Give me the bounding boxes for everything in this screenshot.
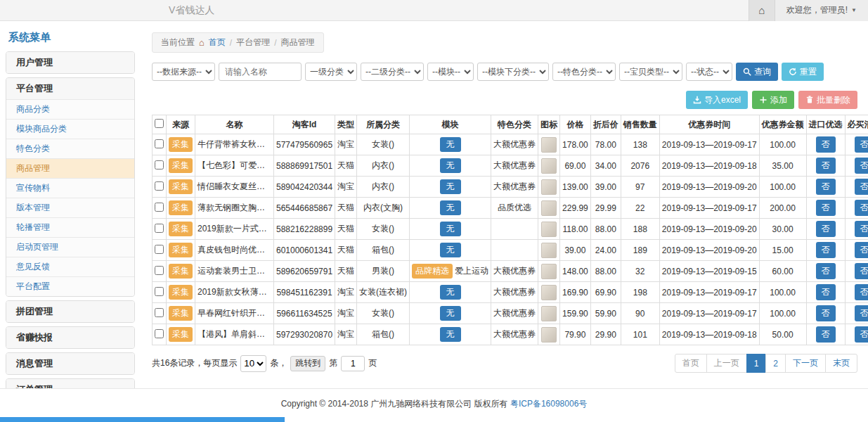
cell-coupon_time: 2019-09-13—2019-09-17 bbox=[659, 303, 759, 324]
sidebar-subitem-carousel-management[interactable]: 轮播管理 bbox=[6, 217, 134, 237]
cell-price: 159.90 bbox=[560, 303, 591, 324]
toggle-mustbuy-button[interactable]: 否 bbox=[855, 158, 868, 174]
breadcrumb-separator: / bbox=[230, 38, 232, 48]
page-button-page-1[interactable]: 1 bbox=[746, 354, 767, 373]
page-prefix-text: 第 bbox=[329, 357, 337, 369]
toggle-mustbuy-button[interactable]: 否 bbox=[855, 221, 868, 237]
module-badge[interactable]: 无 bbox=[440, 137, 461, 152]
toggle-import-button[interactable]: 否 bbox=[816, 305, 836, 321]
module-badge[interactable]: 无 bbox=[440, 222, 461, 236]
filter-select-module[interactable]: --模块-- bbox=[427, 63, 474, 81]
jump-button[interactable]: 跳转到 bbox=[290, 356, 325, 371]
table-row: 采集【七色彩】可爱纯棉家...588869917501天猫内衣()无大额优惠券6… bbox=[153, 155, 868, 177]
toggle-import-button[interactable]: 否 bbox=[816, 136, 836, 153]
module-badge[interactable]: 无 bbox=[440, 179, 461, 194]
product-image bbox=[541, 306, 557, 321]
sidebar-subitem-product-management[interactable]: 商品管理 bbox=[6, 158, 134, 178]
row-checkbox[interactable] bbox=[155, 139, 164, 148]
sidebar-title: 系统菜单 bbox=[6, 27, 135, 51]
toggle-mustbuy-button[interactable]: 否 bbox=[855, 326, 868, 343]
sidebar-item-save-earn-express[interactable]: 省赚快报 bbox=[6, 327, 134, 348]
row-checkbox[interactable] bbox=[155, 181, 164, 191]
filter-input-name[interactable] bbox=[219, 63, 302, 81]
toggle-mustbuy-button[interactable]: 否 bbox=[855, 305, 868, 321]
page-button-first[interactable]: 首页 bbox=[675, 354, 707, 373]
sidebar-item-group-buy-management[interactable]: 拼团管理 bbox=[6, 301, 134, 322]
sidebar-item-user-management[interactable]: 用户管理 bbox=[6, 52, 134, 73]
toggle-import-button[interactable]: 否 bbox=[816, 284, 836, 300]
search-button[interactable]: 查询 bbox=[736, 63, 778, 81]
row-checkbox[interactable] bbox=[155, 203, 164, 212]
products-table: 来源名称淘客Id类型所属分类模块特色分类图标价格折后价销售数量优惠券时间优惠券金… bbox=[152, 115, 868, 345]
filter-select-data-source[interactable]: --数据来源-- bbox=[152, 63, 215, 81]
row-checkbox[interactable] bbox=[155, 266, 164, 275]
module-badge[interactable]: 无 bbox=[440, 327, 461, 342]
product-image bbox=[541, 285, 557, 300]
col-header-type: 类型 bbox=[335, 115, 357, 134]
breadcrumb-item-home[interactable]: 首页 bbox=[209, 37, 226, 49]
row-checkbox[interactable] bbox=[155, 287, 164, 296]
filter-select-level2-category[interactable]: --二级分类-- bbox=[361, 63, 424, 81]
page-number-input[interactable] bbox=[341, 356, 365, 371]
sidebar-item-order-management[interactable]: 订单管理 bbox=[6, 379, 134, 388]
icp-link[interactable]: 粤ICP备16098006号 bbox=[510, 399, 587, 409]
page-button-next[interactable]: 下一页 bbox=[785, 354, 826, 373]
filter-select-item-type[interactable]: --宝贝类型-- bbox=[619, 63, 682, 81]
filter-select-feature-category[interactable]: --特色分类-- bbox=[552, 63, 616, 81]
module-badge[interactable]: 无 bbox=[440, 200, 461, 215]
toggle-import-button[interactable]: 否 bbox=[816, 179, 836, 195]
module-badge[interactable]: 品牌精选 bbox=[412, 264, 453, 279]
page-button-prev[interactable]: 上一页 bbox=[706, 354, 747, 373]
page-size-select[interactable]: 10 bbox=[240, 355, 266, 372]
cell-checkbox bbox=[153, 282, 167, 303]
home-button[interactable]: ⌂ bbox=[749, 0, 775, 21]
module-badge[interactable]: 无 bbox=[440, 285, 461, 300]
page-button-page-2[interactable]: 2 bbox=[765, 354, 786, 373]
toggle-mustbuy-button[interactable]: 否 bbox=[855, 263, 868, 279]
sidebar-subitem-version-management[interactable]: 版本管理 bbox=[6, 198, 134, 217]
toggle-import-button[interactable]: 否 bbox=[816, 221, 836, 237]
sidebar-item-platform-management[interactable]: 平台管理 bbox=[6, 78, 134, 99]
toggle-import-button[interactable]: 否 bbox=[816, 326, 836, 343]
toggle-mustbuy-button[interactable]: 否 bbox=[855, 136, 868, 153]
user-menu[interactable]: 欢迎您，管理员! ▼ bbox=[775, 0, 868, 21]
toggle-mustbuy-button[interactable]: 否 bbox=[855, 200, 868, 216]
toggle-mustbuy-button[interactable]: 否 bbox=[855, 242, 868, 258]
cell-price: 229.99 bbox=[560, 198, 591, 219]
add-button[interactable]: 添加 bbox=[752, 91, 794, 109]
row-checkbox[interactable] bbox=[155, 224, 164, 233]
page-button-last[interactable]: 末页 bbox=[825, 354, 857, 373]
reset-button[interactable]: 重置 bbox=[782, 63, 824, 81]
sidebar-subitem-feature-category[interactable]: 特色分类 bbox=[6, 139, 134, 158]
topbar-right: ⌂ 欢迎您，管理员! ▼ bbox=[749, 0, 868, 21]
sidebar-subitem-feedback[interactable]: 意见反馈 bbox=[6, 257, 134, 276]
toggle-import-button[interactable]: 否 bbox=[816, 200, 836, 216]
sidebar-subitem-module-product-category[interactable]: 模块商品分类 bbox=[6, 119, 134, 139]
toggle-mustbuy-button[interactable]: 否 bbox=[855, 179, 868, 195]
module-badge[interactable]: 无 bbox=[440, 306, 461, 321]
sidebar-subitem-promo-material[interactable]: 宣传物料 bbox=[6, 178, 134, 198]
batch-delete-button[interactable]: 批量删除 bbox=[798, 91, 857, 109]
toggle-mustbuy-button[interactable]: 否 bbox=[855, 284, 868, 300]
filter-select-status[interactable]: --状态-- bbox=[686, 63, 732, 81]
row-checkbox[interactable] bbox=[155, 160, 164, 170]
cell-sales: 22 bbox=[621, 198, 659, 219]
module-badge[interactable]: 无 bbox=[440, 158, 461, 173]
sidebar-subitem-product-category[interactable]: 商品分类 bbox=[6, 99, 134, 119]
toggle-import-button[interactable]: 否 bbox=[816, 263, 836, 279]
select-all-checkbox[interactable] bbox=[155, 119, 164, 128]
import-excel-button[interactable]: 导入excel bbox=[686, 91, 748, 109]
sidebar-subitem-splash-page-management[interactable]: 启动页管理 bbox=[6, 237, 134, 257]
sidebar-item-message-management[interactable]: 消息管理 bbox=[6, 353, 134, 374]
row-checkbox[interactable] bbox=[155, 245, 164, 254]
module-badge[interactable]: 无 bbox=[440, 243, 461, 257]
row-checkbox[interactable] bbox=[155, 308, 164, 317]
sidebar-subitem-platform-config[interactable]: 平台配置 bbox=[6, 276, 134, 296]
toggle-import-button[interactable]: 否 bbox=[816, 242, 836, 258]
filter-select-module-subcategory[interactable]: --模块下分类-- bbox=[477, 63, 549, 81]
horizontal-scrollbar-thumb[interactable] bbox=[0, 417, 285, 422]
toggle-import-button[interactable]: 否 bbox=[816, 158, 836, 174]
table-row: 采集早春网红针织开衫女春...596611634525淘宝女装()无大额优惠券1… bbox=[153, 303, 868, 324]
row-checkbox[interactable] bbox=[155, 329, 164, 338]
filter-select-level1-category[interactable]: 一级分类 bbox=[305, 63, 357, 81]
